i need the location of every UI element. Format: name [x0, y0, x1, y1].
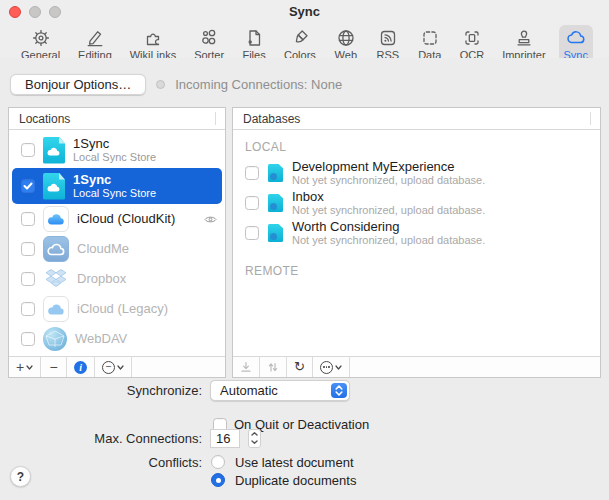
location-text: 1Sync Local Sync Store	[73, 173, 156, 199]
database-row-development-myexperience[interactable]: Development MyExperience Not yet synchro…	[233, 158, 600, 188]
local-section-label: LOCAL	[233, 132, 600, 158]
locations-header-label: Locations	[19, 112, 70, 126]
databases-panel: Databases LOCAL Development MyExperience…	[232, 107, 601, 378]
window-title: Sync	[0, 4, 609, 19]
bonjour-options-button[interactable]: Bonjour Options…	[10, 74, 146, 95]
action-menu-icon	[320, 361, 333, 374]
circles-icon	[199, 28, 219, 48]
refresh-icon: ↻	[294, 359, 305, 374]
action-menu-icon: −	[102, 361, 115, 374]
location-subtitle: Local Sync Store	[73, 187, 156, 199]
location-row-dropbox[interactable]: Dropbox	[9, 264, 225, 294]
help-button[interactable]: ?	[10, 466, 31, 487]
paintbrush-icon	[290, 28, 310, 48]
local-sync-store-icon	[43, 137, 65, 164]
gear-icon	[31, 28, 51, 48]
database-icon	[268, 164, 283, 182]
location-action-menu-button[interactable]: −	[95, 357, 132, 377]
local-sync-store-icon	[43, 173, 65, 200]
preferences-window: Sync General Editing WikiLinks Sorter	[0, 0, 609, 500]
pencil-icon	[85, 28, 105, 48]
location-checkbox[interactable]	[21, 212, 35, 226]
databases-list: LOCAL Development MyExperience Not yet s…	[233, 130, 600, 356]
database-checkbox[interactable]	[245, 166, 259, 180]
incoming-connections-status: Incoming Connections: None	[175, 77, 342, 92]
locations-list: 1Sync Local Sync Store 1Sync Local Sync …	[9, 130, 225, 356]
location-name: 1Sync	[73, 137, 156, 151]
download-icon	[240, 361, 252, 373]
location-name: WebDAV	[75, 332, 127, 346]
location-row-icloud-legacy[interactable]: iCloud (Legacy)	[9, 294, 225, 324]
locations-toolbar: + − i −	[9, 356, 225, 377]
location-checkbox[interactable]	[21, 242, 35, 256]
info-icon: i	[74, 361, 87, 374]
database-status: Not yet synchronized, upload database.	[292, 204, 485, 216]
dropdown-stepper-icon	[331, 383, 347, 398]
dropbox-icon	[43, 266, 69, 292]
refresh-button[interactable]: ↻	[287, 357, 313, 377]
puzzle-icon	[143, 28, 163, 48]
rss-icon	[378, 28, 398, 48]
location-name: CloudMe	[77, 242, 129, 256]
location-checkbox[interactable]	[21, 272, 35, 286]
database-status: Not yet synchronized, upload database.	[292, 174, 485, 186]
databases-header-label: Databases	[243, 112, 300, 126]
database-status: Not yet synchronized, upload database.	[292, 234, 485, 246]
synchronize-label: Synchronize:	[2, 383, 202, 398]
databases-header: Databases	[233, 108, 600, 130]
location-checkbox[interactable]	[21, 332, 35, 346]
database-name: Worth Considering	[292, 220, 485, 234]
database-text: Development MyExperience Not yet synchro…	[292, 160, 485, 186]
location-row-1sync[interactable]: 1Sync Local Sync Store	[9, 132, 225, 168]
remove-location-button[interactable]: −	[41, 357, 67, 377]
webdav-icon	[43, 327, 67, 351]
database-name: Inbox	[292, 190, 485, 204]
database-row-inbox[interactable]: Inbox Not yet synchronized, upload datab…	[233, 188, 600, 218]
location-row-webdav[interactable]: WebDAV	[9, 324, 225, 354]
synchronize-dropdown[interactable]: Automatic	[210, 380, 350, 401]
synchronize-value: Automatic	[220, 383, 349, 398]
database-checkbox[interactable]	[245, 226, 259, 240]
database-text: Worth Considering Not yet synchronized, …	[292, 220, 485, 246]
locations-header: Locations	[9, 108, 225, 130]
incoming-connections-status-dot	[156, 80, 165, 89]
database-text: Inbox Not yet synchronized, upload datab…	[292, 190, 485, 216]
globe-icon	[336, 28, 356, 48]
info-button[interactable]: i	[67, 357, 95, 377]
max-connections-stepper[interactable]	[248, 429, 261, 448]
bonjour-row: Bonjour Options… Incoming Connections: N…	[0, 58, 609, 95]
location-row-icloud-cloudkit[interactable]: iCloud (CloudKit)	[9, 204, 225, 234]
icloud-cloudkit-icon	[43, 206, 69, 232]
sync-preferences-pane: Bonjour Options… Incoming Connections: N…	[0, 58, 609, 500]
dashed-frame-icon	[420, 28, 440, 48]
location-checkbox[interactable]	[21, 143, 35, 157]
location-text: 1Sync Local Sync Store	[73, 137, 156, 163]
use-latest-document-radio[interactable]	[211, 455, 225, 469]
download-button[interactable]	[233, 357, 260, 377]
location-checkbox[interactable]	[21, 179, 35, 193]
database-checkbox[interactable]	[245, 196, 259, 210]
document-gear-icon	[244, 28, 264, 48]
upload-sync-button[interactable]	[260, 357, 287, 377]
duplicate-documents-radio[interactable]	[211, 473, 225, 487]
max-connections-field[interactable]: 16	[210, 429, 240, 448]
database-row-worth-considering[interactable]: Worth Considering Not yet synchronized, …	[233, 218, 600, 248]
up-down-arrows-icon	[267, 361, 279, 373]
database-action-menu-button[interactable]	[313, 357, 350, 377]
add-location-button[interactable]: +	[9, 357, 41, 377]
location-subtitle: Local Sync Store	[73, 151, 156, 163]
location-row-1sync-selected[interactable]: 1Sync Local Sync Store	[12, 168, 222, 204]
location-name: iCloud (CloudKit)	[77, 212, 175, 226]
use-latest-document-label: Use latest document	[235, 455, 354, 470]
icloud-legacy-icon	[43, 296, 69, 322]
locations-panel: Locations 1Sync Local Sync Store	[8, 107, 226, 378]
database-icon	[268, 224, 283, 242]
eye-icon[interactable]	[204, 212, 217, 227]
scan-icon	[462, 28, 482, 48]
location-checkbox[interactable]	[21, 302, 35, 316]
location-row-cloudme[interactable]: CloudMe	[9, 234, 225, 264]
location-name: iCloud (Legacy)	[77, 302, 168, 316]
title-bar: Sync	[0, 0, 609, 22]
stamp-icon	[514, 28, 534, 48]
databases-toolbar: ↻	[233, 356, 600, 377]
